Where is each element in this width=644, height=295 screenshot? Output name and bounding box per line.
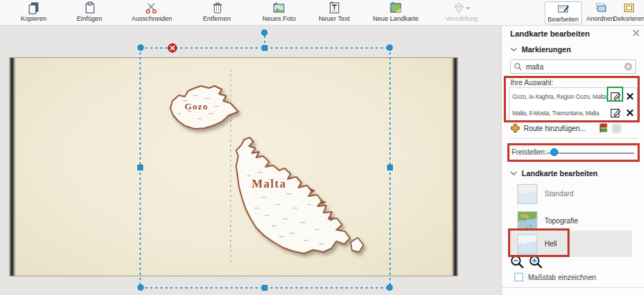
map-icon	[389, 1, 402, 14]
toolbar-button-label: Einfügen	[77, 15, 102, 22]
toolbar-button-neues-foto[interactable]: Neues Foto	[263, 1, 296, 24]
map-style-thumbnail-standard	[517, 184, 537, 204]
search-input[interactable]: malta	[510, 59, 636, 74]
close-icon[interactable]	[633, 29, 640, 37]
scissors-icon	[145, 1, 158, 14]
chevron-down-icon	[510, 47, 517, 52]
app-window: Kopieren Einfügen Ausschneiden Entfernen…	[0, 0, 644, 295]
map-graphic[interactable]: Gozo Malta	[0, 26, 501, 295]
panel-divider	[509, 138, 639, 139]
map-style-label: Standard	[545, 190, 574, 198]
scale-checkbox[interactable]	[514, 273, 523, 281]
search-value: malta	[526, 63, 624, 71]
selection-handle-mid-right[interactable]	[387, 165, 393, 170]
toolbar-button-ausschneiden[interactable]: Ausschneiden	[132, 1, 172, 24]
toolbar-button-einfuegen[interactable]: Einfügen	[77, 1, 102, 24]
paste-icon	[83, 1, 96, 14]
selection-handle-bottom-center[interactable]	[262, 285, 268, 291]
map-style-thumbnail-hell	[517, 234, 537, 254]
zoom-out-icon[interactable]	[509, 255, 526, 271]
frame-icon	[623, 1, 635, 14]
search-icon	[514, 62, 522, 71]
scale-checkbox-row: Maßstab einzeichnen	[514, 273, 596, 281]
rotation-handle[interactable]	[261, 29, 268, 36]
selection-list: Gozo, Ix-Xaghra, Region Gozo, Malta Malt…	[509, 87, 638, 121]
toolbar-button-label: Ausschneiden	[132, 15, 172, 22]
text-icon	[328, 1, 341, 14]
trash-icon	[210, 1, 223, 14]
toolbar: Kopieren Einfügen Ausschneiden Entfernen…	[0, 0, 644, 26]
selection-handle-bottom-right[interactable]	[386, 284, 393, 291]
add-route-label: Route hinzufügen...	[524, 125, 586, 132]
map-style-label: Hell	[545, 240, 557, 248]
copy-icon	[27, 1, 40, 14]
toolbar-button-label: Kopieren	[21, 15, 47, 22]
chevron-down-icon	[510, 170, 517, 176]
tab-label: Bearbeiten	[547, 16, 579, 23]
section-label: Landkarte bearbeiten	[522, 169, 597, 178]
zoom-in-icon[interactable]	[528, 255, 545, 271]
photo-icon	[273, 1, 286, 14]
section-header-markierungen[interactable]: Markierungen	[510, 45, 571, 54]
map-style-thumbnail-topografie	[517, 211, 537, 231]
delete-selection-handle[interactable]	[167, 43, 177, 53]
map-style-option-standard[interactable]: Standard	[509, 180, 632, 207]
malta-island-shape	[236, 137, 350, 253]
toolbar-button-label: Neuer Text	[318, 15, 349, 22]
map-style-label: Topografie	[545, 217, 578, 225]
route-disabled-icon	[612, 124, 621, 133]
toolbar-button-label: Veredelung	[445, 15, 478, 22]
remove-x-icon[interactable]	[626, 109, 634, 117]
canvas-workspace[interactable]: Gozo Malta	[0, 26, 501, 295]
toolbar-button-label: Entfernen	[203, 15, 230, 22]
selection-handle-bottom-left[interactable]	[137, 284, 144, 291]
tab-label: Anordnen	[586, 15, 614, 22]
tab-bearbeiten[interactable]: Bearbeiten	[545, 1, 582, 24]
clear-icon[interactable]	[624, 62, 633, 71]
toolbar-button-neue-landkarte[interactable]: Neue Landkarte	[373, 1, 419, 24]
selection-handle-top-center[interactable]	[262, 45, 268, 51]
edit-pencil-icon[interactable]	[610, 107, 621, 118]
section-label: Markierungen	[522, 45, 571, 54]
selection-handle-top-left[interactable]	[137, 44, 144, 51]
selection-list-item[interactable]: Malta, Il-Mosta, Tramuntana, Malta	[509, 105, 637, 121]
freistellen-slider-track[interactable]	[547, 153, 634, 154]
toolbar-button-kopieren[interactable]: Kopieren	[21, 1, 47, 24]
ornament-diamond-icon	[452, 1, 471, 14]
toolbar-button-entfernen[interactable]: Entfernen	[203, 1, 230, 24]
selection-item-text: Malta, Il-Mosta, Tramuntana, Malta	[512, 110, 599, 117]
edit-pencil-icon[interactable]	[610, 91, 621, 102]
route-flag-icon[interactable]	[598, 123, 608, 133]
selection-handle-top-right[interactable]	[386, 44, 393, 51]
malta-se-islet-shape	[351, 238, 364, 252]
selection-handle-mid-left[interactable]	[137, 165, 143, 170]
selection-item-text: Gozo, Ix-Xaghra, Region Gozo, Malta	[512, 93, 606, 100]
tab-label: Dekorieren	[613, 15, 644, 22]
panel-title: Landkarte bearbeiten	[510, 29, 590, 38]
toolbar-button-label: Neue Landkarte	[373, 15, 419, 22]
freistellen-slider-thumb[interactable]	[550, 148, 558, 156]
panel-bottom-divider	[502, 287, 644, 288]
edit-card-icon	[557, 2, 570, 15]
toolbar-button-label: Neues Foto	[263, 15, 296, 22]
selection-list-label: Ihre Auswahl:	[510, 79, 553, 87]
map-style-option-hell[interactable]: Hell	[509, 231, 632, 257]
side-panel: Landkarte bearbeiten Markierungen malta …	[501, 26, 644, 295]
add-route-button[interactable]: Route hinzufügen...	[510, 123, 621, 133]
remove-x-icon[interactable]	[626, 92, 634, 100]
add-plus-icon	[510, 123, 520, 133]
freistellen-label: Freistellen:	[512, 148, 547, 156]
tab-dekorieren[interactable]: Dekorieren	[613, 1, 644, 24]
toolbar-button-neuer-text[interactable]: Neuer Text	[318, 1, 349, 24]
gozo-island-label: Gozo	[185, 101, 208, 112]
arrange-layers-icon	[594, 1, 607, 14]
scale-checkbox-label: Maßstab einzeichnen	[528, 274, 596, 281]
selection-list-item[interactable]: Gozo, Ix-Xaghra, Region Gozo, Malta	[509, 88, 637, 105]
tab-anordnen[interactable]: Anordnen	[586, 1, 614, 24]
malta-island-label: Malta	[252, 178, 286, 190]
toolbar-button-veredelung: Veredelung	[445, 1, 478, 24]
section-header-landkarte-bearbeiten[interactable]: Landkarte bearbeiten	[510, 169, 597, 178]
